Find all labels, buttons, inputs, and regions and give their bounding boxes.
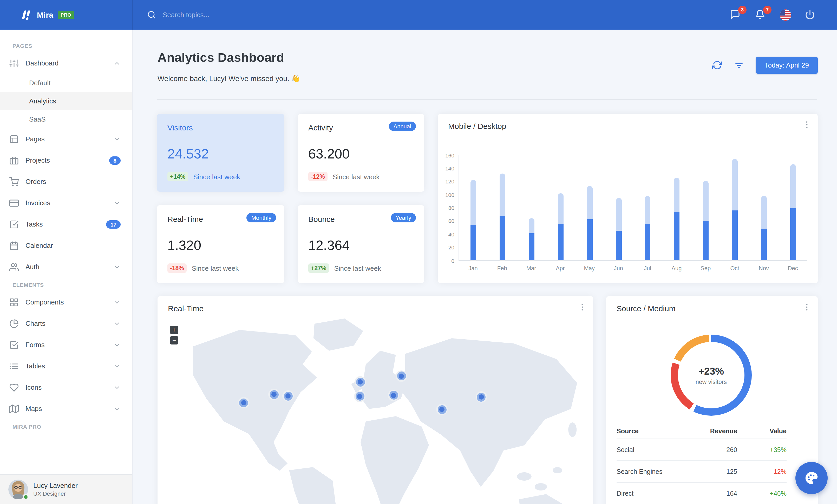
sidebar-item-forms[interactable]: Forms — [0, 334, 132, 355]
palette-icon — [804, 471, 819, 485]
sidebar-item-auth[interactable]: Auth — [0, 256, 132, 278]
stat-value: 63.200 — [308, 146, 350, 162]
search-input[interactable] — [162, 11, 276, 19]
source-table: Source Revenue Value Social260+35%Search… — [617, 424, 787, 504]
chevron-down-icon — [113, 320, 121, 327]
cell-value: +35% — [737, 446, 787, 453]
notifications-button[interactable]: 7 — [755, 9, 766, 20]
table-row-social: Social260+35% — [617, 438, 787, 460]
sidebar-item-tables[interactable]: Tables — [0, 355, 132, 377]
map-zoom-out-button[interactable]: − — [170, 336, 178, 344]
users-icon — [10, 262, 19, 272]
search-box[interactable] — [147, 11, 276, 19]
world-map-graphic — [162, 314, 589, 504]
sidebar-item-label: Dashboard — [25, 59, 113, 67]
x-axis: JanFebMarAprMayJunJulAugSepOctNovDec — [459, 265, 807, 271]
x-axis-label: Sep — [691, 265, 720, 271]
bar-column-jul — [633, 155, 662, 260]
cell-value: -12% — [737, 468, 787, 475]
y-axis-tick: 60 — [438, 218, 455, 225]
chart-plot-area — [459, 155, 807, 261]
chart-title: Mobile / Desktop — [448, 122, 506, 130]
brand[interactable]: Mira PRO — [0, 0, 132, 30]
x-axis-label: May — [575, 265, 604, 271]
world-map[interactable] — [162, 314, 589, 504]
sidebar-item-maps[interactable]: Maps — [0, 398, 132, 419]
page-subtitle: Welcome back, Lucy! We've missed you. 👋 — [158, 74, 301, 82]
sidebar-section-label: ELEMENTS — [0, 281, 132, 292]
language-selector-button[interactable] — [780, 9, 791, 20]
x-axis-label: Jan — [459, 265, 488, 271]
stat-card-visitors: Visitors 24.532 +14% Since last week — [157, 114, 284, 192]
sidebar-subitem-saas[interactable]: SaaS — [0, 110, 132, 128]
map-marker-9 — [476, 391, 487, 403]
sidebar-subitem-analytics[interactable]: Analytics — [0, 92, 132, 110]
cell-value: +46% — [737, 490, 787, 497]
bar-column-mar — [517, 155, 546, 260]
sidebar-item-components[interactable]: Components — [0, 292, 132, 313]
brand-name: Mira — [37, 11, 53, 19]
chevron-down-icon — [113, 405, 121, 412]
sign-out-button[interactable] — [805, 9, 816, 20]
sidebar-item-label: Components — [25, 298, 113, 306]
sidebar-item-projects[interactable]: Projects8 — [0, 150, 132, 171]
x-axis-label: Dec — [778, 265, 807, 271]
x-axis-label: Oct — [720, 265, 749, 271]
theme-settings-fab[interactable] — [796, 462, 827, 494]
top-navbar: Mira PRO 3 7 — [0, 0, 837, 30]
briefcase-icon — [10, 156, 19, 165]
sidebar-item-label: Invoices — [25, 199, 113, 207]
stat-card-activity: Activity Annual 63.200 -12% Since last w… — [298, 114, 424, 192]
cell-source: Direct — [617, 490, 690, 497]
x-axis-label: Mar — [517, 265, 546, 271]
stat-card-real-time: Real-Time Monthly 1.320 -18% Since last … — [157, 205, 284, 283]
x-axis-label: Aug — [662, 265, 691, 271]
today-button[interactable]: Today: April 29 — [755, 57, 818, 74]
chevron-down-icon — [113, 199, 121, 207]
sidebar-subitem-default[interactable]: Default — [0, 74, 132, 92]
user-profile[interactable]: Lucy Lavender UX Designer — [0, 474, 132, 504]
online-status-dot — [23, 494, 29, 500]
map-zoom-in-button[interactable]: + — [170, 326, 178, 334]
cell-source: Social — [617, 446, 690, 453]
user-name: Lucy Lavender — [33, 482, 78, 490]
y-axis-tick: 140 — [438, 165, 455, 172]
bar-column-dec — [778, 155, 807, 260]
chart-menu-button[interactable] — [802, 120, 812, 129]
filter-button[interactable] — [734, 60, 744, 70]
sidebar-item-pages[interactable]: Pages — [0, 128, 132, 150]
sidebar-item-label: Auth — [25, 263, 113, 271]
stat-card-bounce: Bounce Yearly 12.364 +27% Since last wee… — [298, 205, 424, 283]
sidebar-item-tasks[interactable]: Tasks17 — [0, 213, 132, 235]
bar-column-jan — [459, 155, 488, 260]
sidebar-item-orders[interactable]: Orders — [0, 171, 132, 192]
refresh-button[interactable] — [712, 60, 723, 70]
bar-column-sep — [691, 155, 720, 260]
sidebar-item-icons[interactable]: Icons — [0, 377, 132, 398]
real-time-map-card: Real-Time + − — [158, 296, 593, 504]
shopping-cart-icon — [10, 177, 19, 186]
sidebar-item-label: Tasks — [25, 220, 106, 228]
sidebar-item-charts[interactable]: Charts — [0, 313, 132, 334]
chevron-down-icon — [113, 135, 121, 143]
pie-chart-icon — [10, 319, 19, 328]
stat-note: Since last week — [333, 173, 380, 181]
cell-revenue: 164 — [690, 490, 737, 497]
sidebar-item-invoices[interactable]: Invoices — [0, 192, 132, 213]
header-divider — [157, 99, 817, 100]
y-axis-tick: 40 — [438, 231, 455, 238]
messages-button[interactable]: 3 — [730, 9, 741, 20]
stat-title: Visitors — [167, 123, 274, 132]
sidebar-item-dashboard[interactable]: Dashboard — [0, 53, 132, 74]
map-icon — [10, 404, 19, 413]
map-menu-button[interactable] — [577, 302, 587, 312]
bar-column-jun — [604, 155, 633, 260]
grid-icon — [10, 297, 19, 307]
source-menu-button[interactable] — [802, 302, 812, 312]
sidebar-item-calendar[interactable]: Calendar — [0, 235, 132, 256]
page-title: Analytics Dashboard — [158, 50, 284, 65]
chevron-down-icon — [113, 299, 121, 306]
y-axis-tick: 120 — [438, 179, 455, 185]
sidebar-section-label: MIRA PRO — [0, 423, 132, 433]
y-axis-tick: 160 — [438, 152, 455, 159]
